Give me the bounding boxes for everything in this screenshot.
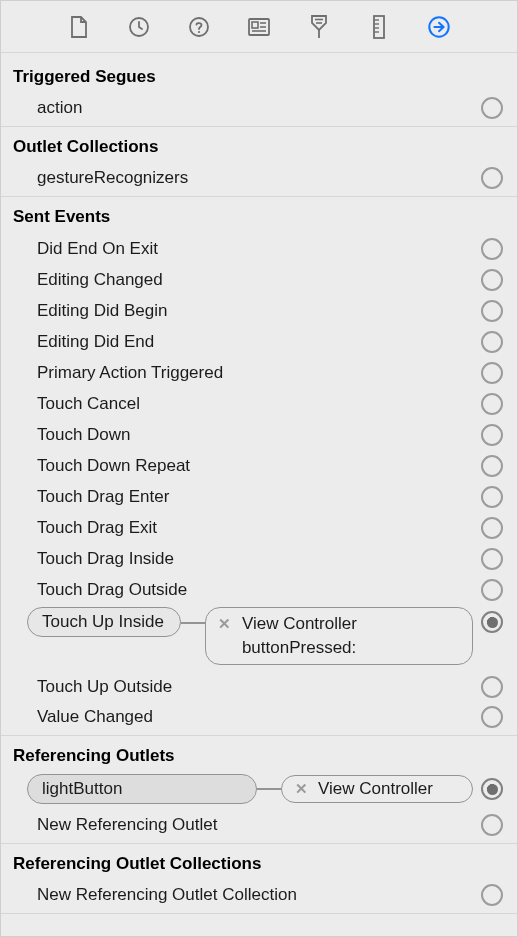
arrow-right-circle-icon	[427, 14, 451, 40]
event-row: Editing Changed	[1, 264, 517, 295]
connection-well[interactable]	[481, 300, 503, 322]
event-row: Value Changed	[1, 702, 517, 736]
event-label: Editing Did End	[37, 332, 481, 352]
event-label: Editing Changed	[37, 270, 481, 290]
section-header-outlet-collections: Outlet Collections	[1, 127, 517, 163]
inspector-tabbar	[1, 1, 517, 53]
event-label: Value Changed	[37, 707, 481, 727]
event-row: Touch Cancel	[1, 388, 517, 419]
event-label: Touch Up Outside	[37, 677, 481, 697]
refoutlet-row-lightbutton: lightButton ✕ View Controller	[1, 772, 517, 810]
event-label: Touch Drag Enter	[37, 487, 481, 507]
section-header-ref-outlet-collections: Referencing Outlet Collections	[1, 844, 517, 880]
remove-connection-button[interactable]: ✕	[294, 782, 308, 796]
segue-row-action: action	[1, 93, 517, 127]
event-pill-label: Touch Up Inside	[42, 612, 164, 632]
connection-well[interactable]	[481, 486, 503, 508]
segue-label: action	[37, 98, 481, 118]
identity-inspector-tab[interactable]	[247, 15, 271, 39]
event-label: Touch Cancel	[37, 394, 481, 414]
refoutlet-pill-lightbutton[interactable]: lightButton	[27, 774, 257, 804]
connection-target: View Controller	[318, 779, 433, 799]
event-row: Touch Drag Exit	[1, 512, 517, 543]
file-icon	[69, 15, 89, 39]
size-inspector-tab[interactable]	[367, 15, 391, 39]
event-row: Editing Did End	[1, 326, 517, 357]
connection-well[interactable]	[481, 548, 503, 570]
connection-well-filled[interactable]	[481, 778, 503, 800]
event-label: Touch Down	[37, 425, 481, 445]
outletcoll-row-gesture: gestureRecognizers	[1, 163, 517, 197]
event-row: Touch Down	[1, 419, 517, 450]
connection-well[interactable]	[481, 393, 503, 415]
event-row-touch-up-inside: Touch Up Inside ✕ View Controller button…	[1, 605, 517, 671]
refoutlet-row-new: New Referencing Outlet	[1, 810, 517, 844]
event-label: Touch Down Repeat	[37, 456, 481, 476]
clock-icon	[127, 15, 151, 39]
connection-well-filled[interactable]	[481, 611, 503, 633]
refoutletcoll-row-new: New Referencing Outlet Collection	[1, 880, 517, 914]
connection-wire	[181, 622, 205, 624]
refoutlet-label: New Referencing Outlet	[37, 815, 481, 835]
event-row: Touch Drag Enter	[1, 481, 517, 512]
event-row: Touch Up Outside	[1, 671, 517, 702]
connection-bubble[interactable]: ✕ View Controller buttonPressed:	[205, 607, 473, 665]
connection-well[interactable]	[481, 517, 503, 539]
connection-well[interactable]	[481, 238, 503, 260]
svg-rect-4	[252, 22, 258, 28]
refoutletcoll-label: New Referencing Outlet Collection	[37, 885, 481, 905]
connections-inspector-panel: Triggered Segues action Outlet Collectio…	[0, 0, 518, 937]
history-inspector-tab[interactable]	[127, 15, 151, 39]
svg-rect-11	[374, 16, 384, 38]
connection-bubble[interactable]: ✕ View Controller	[281, 775, 473, 803]
refoutlet-pill-label: lightButton	[42, 779, 122, 799]
event-label: Primary Action Triggered	[37, 363, 481, 383]
connection-well[interactable]	[481, 884, 503, 906]
remove-connection-button[interactable]: ✕	[218, 617, 232, 631]
connection-well[interactable]	[481, 331, 503, 353]
ruler-icon	[372, 14, 386, 40]
connection-target: View Controller	[242, 614, 357, 634]
event-row: Touch Drag Inside	[1, 543, 517, 574]
connection-wire	[257, 788, 281, 790]
identity-icon	[247, 16, 271, 38]
connection-well[interactable]	[481, 579, 503, 601]
connections-inspector-tab[interactable]	[427, 15, 451, 39]
file-inspector-tab[interactable]	[67, 15, 91, 39]
event-label: Did End On Exit	[37, 239, 481, 259]
connection-well[interactable]	[481, 269, 503, 291]
event-label: Touch Drag Exit	[37, 518, 481, 538]
connection-well[interactable]	[481, 424, 503, 446]
section-header-sent-events: Sent Events	[1, 197, 517, 233]
section-header-referencing-outlets: Referencing Outlets	[1, 736, 517, 772]
svg-point-2	[198, 30, 200, 32]
event-row: Editing Did Begin	[1, 295, 517, 326]
event-label: Touch Drag Inside	[37, 549, 481, 569]
connection-well[interactable]	[481, 676, 503, 698]
event-row: Touch Down Repeat	[1, 450, 517, 481]
event-row: Touch Drag Outside	[1, 574, 517, 605]
connection-well[interactable]	[481, 167, 503, 189]
section-header-triggered-segues: Triggered Segues	[1, 53, 517, 93]
connection-well[interactable]	[481, 814, 503, 836]
event-row: Primary Action Triggered	[1, 357, 517, 388]
connection-well[interactable]	[481, 362, 503, 384]
attributes-inspector-tab[interactable]	[307, 15, 331, 39]
connection-well[interactable]	[481, 97, 503, 119]
event-pill-touch-up-inside[interactable]: Touch Up Inside	[27, 607, 181, 637]
event-row: Did End On Exit	[1, 233, 517, 264]
event-label: Editing Did Begin	[37, 301, 481, 321]
connection-action: buttonPressed:	[242, 638, 356, 658]
attributes-icon	[308, 14, 330, 40]
outletcoll-label: gestureRecognizers	[37, 168, 481, 188]
connection-well[interactable]	[481, 706, 503, 728]
event-label: Touch Drag Outside	[37, 580, 481, 600]
connection-well[interactable]	[481, 455, 503, 477]
help-icon	[187, 15, 211, 39]
help-inspector-tab[interactable]	[187, 15, 211, 39]
